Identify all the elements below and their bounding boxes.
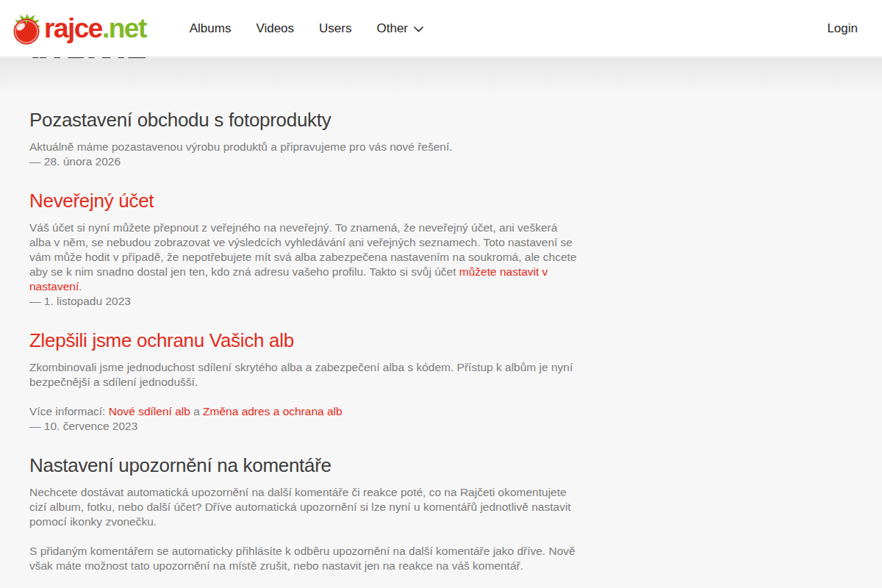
nav-item-albums[interactable]: Albums [177,14,244,43]
news-item-date: — 1. listopadu 2023 [29,294,577,309]
news-item: Zlepšili jsme ochranu Vašich alb Zkombin… [29,328,581,434]
info-separator: a [190,405,203,417]
news-item-date: — 28. února 2026 [29,154,577,169]
brand-logo[interactable]: rajce.net [10,11,146,46]
news-item: Pozastavení obchodu s fotoprodukty Aktuá… [29,107,581,169]
news-item-body: Nechcete dostávat automatická upozornění… [29,485,577,529]
news-item-title-link[interactable]: Zlepšili jsme ochranu Vašich alb [29,329,294,351]
brand-name-red: rajce [44,13,102,43]
brand-wordmark: rajce.net [44,15,146,42]
nav-item-label: Videos [256,21,294,36]
address-change-protection-link[interactable]: Změna adres a ochrana alb [203,405,343,417]
top-nav-bar: rajce.net Albums Videos Users Other Logi… [0,0,882,57]
news-item: Nastavení upozornění na komentáře Nechce… [29,453,581,588]
news-item-date: — 10. července 2023 [29,419,577,434]
nav-item-label: Users [319,21,351,36]
news-item: Neveřejný účet Váš účet si nyní můžete p… [29,188,581,309]
news-item-title-link[interactable]: Neveřejný účet [29,190,154,212]
news-item-body: S přidaným komentářem se automaticky při… [29,544,577,573]
nav-item-other[interactable]: Other [364,14,437,43]
news-item-body: Váš účet si nyní můžete přepnout z veřej… [29,220,577,294]
main-nav: Albums Videos Users Other [177,14,437,43]
news-item-title: Zlepšili jsme ochranu Vašich alb [29,328,581,353]
news-item-body: Zkombinovali jsme jednoduchost sdílení s… [29,360,577,390]
news-item-body: Aktuálně máme pozastavenou výrobu produk… [29,140,577,154]
nav-item-videos[interactable]: Videos [243,14,306,43]
news-item-title: Pozastavení obchodu s fotoprodukty [29,107,581,132]
brand-name-green: .net [102,13,146,43]
nav-item-label: Other [376,21,408,36]
chevron-down-icon [413,26,424,32]
tomato-icon [10,11,44,46]
news-item-title: Neveřejný účet [29,188,581,213]
info-prefix: Více informací: [29,405,109,417]
nav-item-users[interactable]: Users [306,14,364,43]
news-page: News Pozastavení obchodu s fotoprodukty … [0,40,581,588]
news-item-more-info: Více informací: Nové sdílení alb a Změna… [29,404,577,419]
new-album-sharing-link[interactable]: Nové sdílení alb [109,405,190,417]
nav-item-label: Albums [190,21,232,36]
body-text: . [79,280,82,293]
news-item-title: Nastavení upozornění na komentáře [29,453,581,478]
login-link[interactable]: Login [822,15,862,42]
